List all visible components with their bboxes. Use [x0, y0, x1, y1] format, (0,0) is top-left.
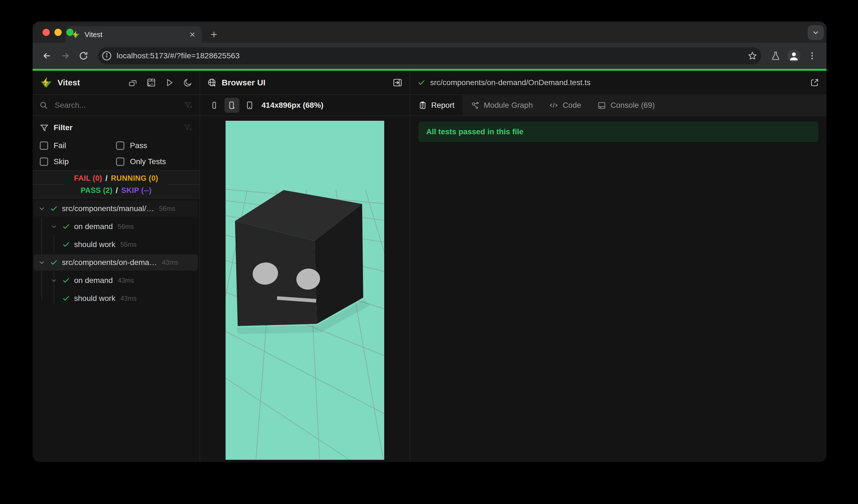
bookmark-star-icon[interactable]: [747, 51, 757, 61]
all-tests-passed-banner: All tests passed in this file: [418, 121, 818, 142]
tab-close-icon[interactable]: [189, 31, 196, 38]
pass-checkbox[interactable]: [116, 142, 124, 150]
report-tabs: Report Module Graph: [410, 95, 826, 116]
maximize-window-button[interactable]: [66, 29, 74, 36]
minimize-window-button[interactable]: [54, 29, 62, 36]
skip-label: Skip: [54, 157, 68, 166]
browser-toolbar: localhost:5173/#/?file=1828625563: [33, 43, 826, 69]
reload-button[interactable]: [76, 48, 91, 64]
filter-option-only-tests[interactable]: Only Tests: [116, 153, 192, 170]
tab-code[interactable]: Code: [541, 95, 589, 115]
3d-scene: [225, 121, 384, 460]
skip-checkbox[interactable]: [40, 158, 48, 166]
pass-count: PASS (2): [81, 186, 112, 195]
filter-option-pass[interactable]: Pass: [116, 137, 192, 153]
browser-window: Vitest: [33, 21, 826, 462]
report-clipboard-icon: [418, 101, 427, 110]
device-tablet-icon[interactable]: [242, 98, 257, 113]
app-title: Vitest: [58, 78, 80, 87]
browser-ui-panel: Browser UI: [200, 71, 410, 462]
test-file-path[interactable]: src/components/on-demand/OnDemand.test.t…: [430, 78, 810, 87]
new-tab-button[interactable]: [206, 26, 222, 43]
profile-avatar[interactable]: [786, 48, 801, 64]
forward-button[interactable]: [58, 48, 73, 64]
tested-app-viewport[interactable]: [225, 121, 384, 460]
filter-section: Filter Fail Pass: [33, 116, 200, 170]
pass-check-icon: [62, 223, 70, 231]
chevron-down-icon[interactable]: [50, 277, 58, 284]
tree-suite-row[interactable]: on demand 43ms: [34, 273, 198, 289]
browser-tab[interactable]: Vitest: [66, 26, 202, 43]
tree-test-row[interactable]: should work 43ms: [34, 290, 198, 306]
pass-check-icon: [62, 240, 70, 249]
filter-option-skip[interactable]: Skip: [40, 153, 116, 170]
panel-title: Browser UI: [222, 78, 265, 87]
clear-filter-icon[interactable]: [184, 123, 192, 132]
experiments-flask-icon[interactable]: [768, 48, 783, 64]
tab-title: Vitest: [84, 30, 189, 39]
viewport-size-label: 414x896px (68%): [261, 101, 323, 110]
sidebar: Vitest: [33, 71, 200, 462]
run-all-play-icon[interactable]: [165, 78, 174, 87]
tree-suite-row[interactable]: on demand 56ms: [34, 218, 198, 234]
pass-check-icon: [62, 294, 70, 303]
module-graph-icon: [471, 101, 479, 110]
external-link-icon[interactable]: [810, 78, 819, 87]
tab-report[interactable]: Report: [410, 95, 463, 115]
tree-test-row[interactable]: should work 55ms: [34, 237, 198, 253]
dashboard-icon[interactable]: [146, 78, 156, 87]
window-controls: [43, 29, 74, 36]
back-button[interactable]: [39, 48, 55, 64]
report-panel: src/components/on-demand/OnDemand.test.t…: [410, 71, 826, 462]
skip-count: SKIP (--): [121, 186, 152, 195]
open-in-panel-icon[interactable]: [393, 78, 402, 87]
device-phone-add-icon[interactable]: [224, 98, 239, 113]
fail-checkbox[interactable]: [40, 142, 48, 150]
close-window-button[interactable]: [43, 29, 50, 36]
filter-funnel-icon: [40, 123, 49, 132]
browser-menu-kebab-icon[interactable]: [804, 48, 820, 64]
fail-count: FAIL (0): [74, 174, 102, 183]
tab-strip: Vitest: [33, 21, 826, 43]
test-status-summary: FAIL (0) / RUNNING (0) PASS (2) / SKIP (…: [33, 170, 200, 198]
chevron-down-icon[interactable]: [37, 205, 46, 212]
tab-console[interactable]: Console (69): [589, 95, 663, 115]
running-count: RUNNING (0): [111, 174, 158, 183]
clear-search-filter-icon[interactable]: [184, 101, 193, 110]
vitest-logo: [40, 76, 52, 89]
globe-icon: [207, 78, 217, 87]
device-phone-small-icon[interactable]: [207, 98, 222, 113]
filter-title: Filter: [54, 123, 184, 132]
tab-module-graph[interactable]: Module Graph: [463, 95, 541, 115]
tab-search-button[interactable]: [808, 25, 824, 40]
detach-windows-icon[interactable]: [128, 78, 138, 87]
address-bar[interactable]: localhost:5173/#/?file=1828625563: [98, 47, 761, 64]
code-icon: [549, 101, 558, 110]
chevron-down-icon[interactable]: [37, 259, 46, 266]
only-tests-label: Only Tests: [130, 157, 166, 166]
search-icon: [39, 101, 48, 110]
progress-accent-bar: [33, 69, 826, 71]
site-info-icon[interactable]: [101, 50, 112, 61]
tree-file-row[interactable]: src/components/manual/… 56ms: [34, 200, 198, 217]
url-text[interactable]: localhost:5173/#/?file=1828625563: [117, 51, 747, 60]
tree-file-row-selected[interactable]: src/components/on-dema… 43ms: [34, 255, 198, 271]
only-tests-checkbox[interactable]: [116, 158, 124, 166]
search-input[interactable]: [54, 101, 184, 110]
chevron-down-icon[interactable]: [50, 223, 58, 230]
test-tree: src/components/manual/… 56ms on demand 5…: [33, 198, 200, 462]
dark-mode-moon-icon[interactable]: [183, 78, 192, 87]
pass-check-icon: [62, 276, 70, 284]
pass-check-icon: [50, 205, 58, 213]
console-icon: [598, 101, 606, 110]
fail-label: Fail: [54, 141, 66, 150]
file-pass-check-icon: [417, 79, 426, 87]
pass-check-icon: [50, 258, 58, 267]
filter-option-fail[interactable]: Fail: [40, 137, 116, 153]
pass-label: Pass: [130, 141, 147, 150]
